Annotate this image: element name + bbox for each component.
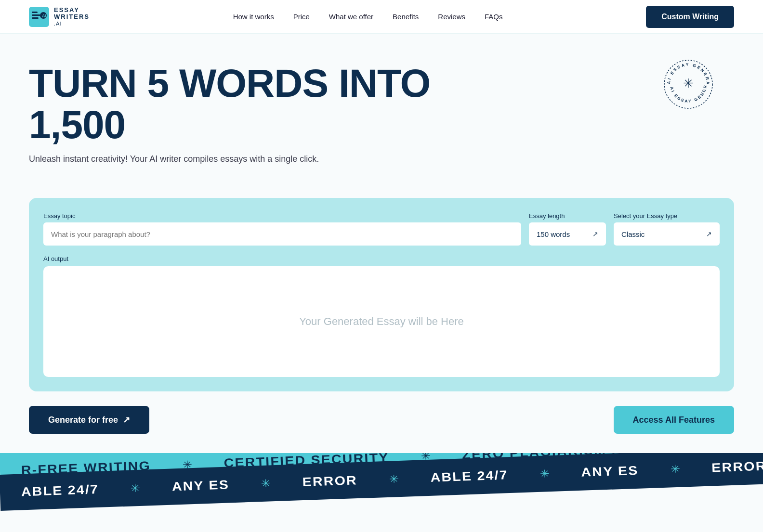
type-select[interactable]: Classic ↗ bbox=[614, 222, 720, 246]
ticker-dark-item-5: ANY ES bbox=[581, 463, 639, 480]
output-placeholder-text: Your Generated Essay will be Here bbox=[299, 315, 464, 328]
logo-text: ESSAY WRITERS .AI bbox=[54, 7, 90, 26]
svg-text:✳: ✳ bbox=[683, 76, 694, 91]
svg-rect-2 bbox=[32, 14, 40, 16]
length-select[interactable]: 150 words ↗ bbox=[529, 222, 606, 246]
access-features-button[interactable]: Access All Features bbox=[614, 406, 734, 434]
ticker-banner: R-FREE WRITING ✳ CERTIFIED SECURITY ✳ ZE… bbox=[0, 453, 763, 511]
ticker-dark-star-4: ✳ bbox=[539, 467, 550, 480]
nav-what-we-offer[interactable]: What we offer bbox=[329, 13, 373, 21]
ticker-dark-item-4: ABLE 24/7 bbox=[430, 467, 508, 485]
output-label: AI output bbox=[43, 255, 720, 262]
topic-group: Essay topic bbox=[43, 212, 521, 246]
length-value: 150 words bbox=[537, 230, 570, 238]
form-row-top: Essay topic Essay length 150 words ↗ Sel… bbox=[43, 212, 720, 246]
svg-text:AI: AI bbox=[42, 13, 46, 18]
type-group: Select your Essay type Classic ↗ bbox=[614, 212, 720, 246]
logo-icon: AI bbox=[29, 7, 49, 27]
action-buttons-row: Generate for free ↗ Access All Features bbox=[0, 406, 763, 434]
ticker-dark-star-3: ✳ bbox=[389, 473, 399, 486]
badge-circle: ✳ AI ESSAY GENERATOR • AI ESSAY GENERATO… bbox=[662, 58, 715, 111]
type-label: Select your Essay type bbox=[614, 212, 720, 220]
svg-rect-3 bbox=[32, 17, 39, 19]
hero-subtitle: Unleash instant creativity! Your AI writ… bbox=[29, 154, 734, 164]
logo: AI ESSAY WRITERS .AI bbox=[29, 7, 90, 27]
topic-label: Essay topic bbox=[43, 212, 521, 220]
header: AI ESSAY WRITERS .AI How it works Price … bbox=[0, 0, 763, 34]
generate-arrow-icon: ↗ bbox=[123, 415, 130, 425]
ticker-dark-item-6: ERROR bbox=[711, 459, 763, 476]
ticker-dark-star-2: ✳ bbox=[261, 477, 271, 490]
hero-section: TURN 5 WORDS INTO 1,500 Unleash instant … bbox=[0, 34, 763, 183]
nav-reviews[interactable]: Reviews bbox=[438, 13, 465, 21]
length-label: Essay length bbox=[529, 212, 606, 220]
nav-benefits[interactable]: Benefits bbox=[393, 13, 419, 21]
ticker-dark-item-2: ANY ES bbox=[171, 478, 229, 494]
generate-button[interactable]: Generate for free ↗ bbox=[29, 406, 149, 434]
svg-rect-1 bbox=[32, 12, 38, 13]
nav-price[interactable]: Price bbox=[293, 13, 310, 21]
generate-label: Generate for free bbox=[48, 415, 118, 425]
essay-form-card: Essay topic Essay length 150 words ↗ Sel… bbox=[29, 198, 734, 391]
ticker-dark-star-1: ✳ bbox=[131, 482, 141, 495]
main-nav: How it works Price What we offer Benefit… bbox=[233, 13, 503, 21]
ticker-dark-item-1: ABLE 24/7 bbox=[21, 482, 99, 500]
nav-how-it-works[interactable]: How it works bbox=[233, 13, 274, 21]
ticker-dark-item-3: ERROR bbox=[302, 473, 357, 490]
length-arrow-icon: ↗ bbox=[592, 230, 598, 238]
length-group: Essay length 150 words ↗ bbox=[529, 212, 606, 246]
hero-title: TURN 5 WORDS INTO 1,500 bbox=[29, 63, 462, 145]
nav-faqs[interactable]: FAQs bbox=[485, 13, 503, 21]
type-value: Classic bbox=[621, 230, 645, 238]
type-arrow-icon: ↗ bbox=[706, 230, 712, 238]
output-area: Your Generated Essay will be Here bbox=[43, 266, 720, 377]
custom-writing-button[interactable]: Custom Writing bbox=[646, 6, 734, 28]
ticker-dark-star-5: ✳ bbox=[670, 463, 680, 476]
topic-input[interactable] bbox=[43, 222, 521, 246]
